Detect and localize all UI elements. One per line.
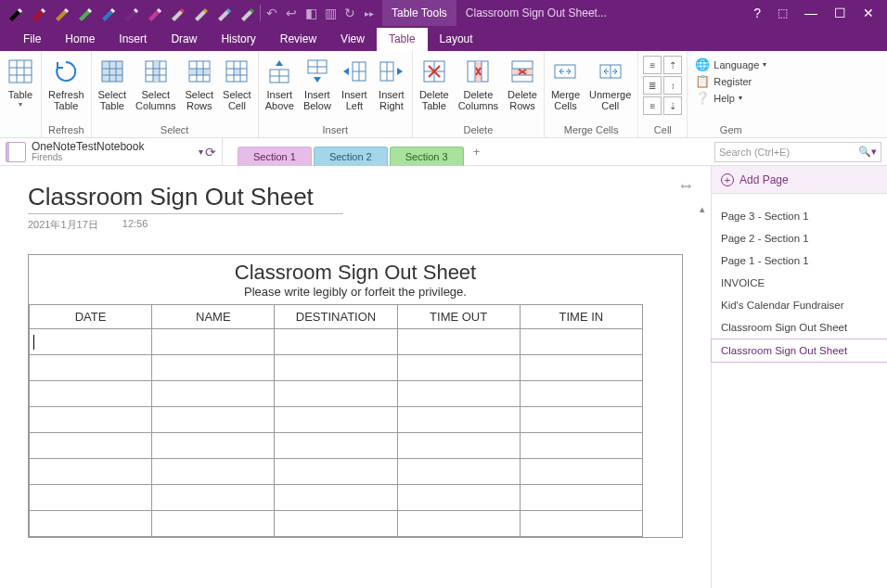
ribbon-toggle-icon[interactable]: ⬚ <box>778 6 788 19</box>
pen-icon[interactable] <box>96 3 119 23</box>
table-button[interactable]: Table ▾ <box>2 54 39 110</box>
sync-icon[interactable]: ⟳ <box>205 145 216 160</box>
sign-out-sheet[interactable]: Classroom Sign Out Sheet Please write le… <box>28 254 683 538</box>
more-icon[interactable]: ▸▸ <box>360 3 379 23</box>
table-cell[interactable] <box>275 355 397 381</box>
align-bottom-icon[interactable]: ⇣ <box>663 96 682 115</box>
table-cell[interactable] <box>30 485 152 511</box>
page-list-item[interactable]: Classroom Sign Out Sheet <box>712 316 887 339</box>
insert-below-button[interactable]: InsertBelow <box>299 54 336 113</box>
unmerge-cell-button[interactable]: UnmergeCell <box>585 54 636 113</box>
table-cell[interactable] <box>520 433 642 459</box>
table-cell[interactable] <box>397 381 520 407</box>
minimize-icon[interactable]: — <box>804 6 817 20</box>
ribbon-tab-draw[interactable]: Draw <box>159 28 209 51</box>
table-cell[interactable] <box>520 459 642 485</box>
ribbon-tab-file[interactable]: File <box>11 28 53 51</box>
refresh-table-button[interactable]: RefreshTable <box>44 54 89 113</box>
table-cell[interactable] <box>30 511 152 537</box>
align-center-icon[interactable]: ≣ <box>643 76 662 95</box>
table-cell[interactable] <box>30 407 152 433</box>
table-cell[interactable] <box>152 329 275 355</box>
table-cell[interactable] <box>520 407 642 433</box>
table-cell[interactable] <box>397 459 520 485</box>
delete-columns-button[interactable]: DeleteColumns <box>454 54 503 113</box>
forward-icon[interactable]: ↻ <box>341 3 359 23</box>
delete-table-button[interactable]: DeleteTable <box>415 54 454 113</box>
table-cell[interactable] <box>397 329 520 355</box>
table-cell[interactable] <box>520 485 642 511</box>
table-row[interactable] <box>30 485 643 511</box>
align-left-icon[interactable]: ≡ <box>643 56 662 74</box>
table-cell[interactable] <box>275 459 397 485</box>
table-cell[interactable] <box>275 381 397 407</box>
table-cell[interactable] <box>152 433 275 459</box>
pen-icon[interactable] <box>120 3 142 23</box>
table-cell[interactable] <box>520 381 642 407</box>
table-cell[interactable] <box>275 329 397 355</box>
table-cell[interactable] <box>152 511 275 537</box>
insert-left-button[interactable]: InsertLeft <box>336 54 373 113</box>
table-cell[interactable] <box>30 459 152 485</box>
page-list-item[interactable]: Page 3 - Section 1 <box>712 205 887 227</box>
pen-icon[interactable] <box>27 3 49 23</box>
table-header[interactable]: NAME <box>152 305 275 329</box>
ribbon-tab-table[interactable]: Table <box>377 28 428 51</box>
back-icon[interactable]: ↶ <box>263 3 281 23</box>
align-middle-icon[interactable]: ↕ <box>663 76 682 95</box>
table-header[interactable]: DATE <box>30 305 152 329</box>
table-cell[interactable] <box>275 485 397 511</box>
page-list-item[interactable]: Classroom Sign Out Sheet <box>711 339 887 363</box>
page-canvas[interactable]: Classroom Sign Out Sheet 2021年1月17日 12:5… <box>0 166 711 555</box>
table-cell[interactable] <box>275 511 397 537</box>
table-cell[interactable] <box>152 407 275 433</box>
help-icon[interactable]: ? <box>753 6 761 20</box>
table-row[interactable] <box>30 511 643 537</box>
select-table-button[interactable]: SelectTable <box>94 54 132 113</box>
table-cell[interactable] <box>397 485 520 511</box>
add-section-button[interactable]: + <box>466 142 488 161</box>
pen-icon[interactable] <box>189 3 212 23</box>
page-list-item[interactable]: Page 1 - Section 1 <box>712 249 887 272</box>
table-cell[interactable] <box>520 329 642 355</box>
table-cell[interactable] <box>520 511 642 537</box>
section-tab[interactable]: Section 2 <box>314 147 388 166</box>
page-list-item[interactable]: Kid's Calendar Fundraiser <box>712 294 887 316</box>
table-row[interactable] <box>30 381 643 407</box>
table-header[interactable]: DESTINATION <box>275 305 397 329</box>
table-cell[interactable] <box>152 485 275 511</box>
help-button[interactable]: ❔Help▾ <box>695 91 766 105</box>
close-icon[interactable]: ✕ <box>863 6 874 20</box>
table-cell[interactable] <box>397 433 520 459</box>
insert-above-button[interactable]: InsertAbove <box>261 54 299 113</box>
select-rows-button[interactable]: SelectRows <box>181 54 219 113</box>
table-cell[interactable] <box>30 433 152 459</box>
table-row[interactable] <box>30 433 643 459</box>
notebook-picker[interactable]: OneNoteTestNotebook Firends ▾ ⟳ <box>0 138 223 165</box>
ribbon-tab-view[interactable]: View <box>328 28 377 51</box>
search-input[interactable]: Search (Ctrl+E) 🔍▾ <box>714 142 881 162</box>
table-cell[interactable] <box>397 355 520 381</box>
page-list-item[interactable]: Page 2 - Section 1 <box>712 227 887 249</box>
table-cell[interactable] <box>152 355 275 381</box>
table-cell[interactable] <box>152 459 275 485</box>
table-row[interactable] <box>30 407 643 433</box>
panel2-icon[interactable]: ▥ <box>321 3 340 23</box>
page-time[interactable]: 12:56 <box>122 218 148 232</box>
sheet-table[interactable]: DATENAMEDESTINATIONTIME OUTTIME IN <box>29 304 643 537</box>
insert-right-button[interactable]: InsertRight <box>373 54 410 113</box>
table-cell[interactable] <box>275 407 397 433</box>
delete-rows-button[interactable]: DeleteRows <box>503 54 542 113</box>
ribbon-tab-home[interactable]: Home <box>53 28 107 51</box>
page-title[interactable]: Classroom Sign Out Sheet <box>28 183 683 211</box>
ribbon-tab-history[interactable]: History <box>209 28 267 51</box>
table-row[interactable] <box>30 355 643 381</box>
pen-icon[interactable] <box>212 3 235 23</box>
pen-icon[interactable] <box>73 3 96 23</box>
merge-cells-button[interactable]: MergeCells <box>546 54 585 113</box>
chevron-down-icon[interactable]: ▾ <box>199 147 203 157</box>
pen-icon[interactable] <box>4 3 26 23</box>
table-header[interactable]: TIME IN <box>520 305 642 329</box>
register-button[interactable]: 📋Register <box>695 74 766 88</box>
ribbon-tab-insert[interactable]: Insert <box>107 28 159 51</box>
